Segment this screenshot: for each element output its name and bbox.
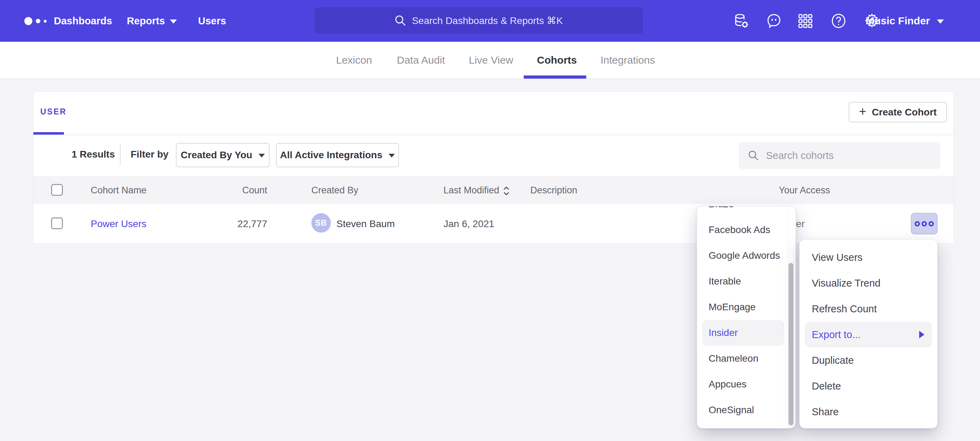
- tab-data-audit-label: Data Audit: [397, 54, 445, 66]
- menu-item-iterable[interactable]: Iterable: [697, 268, 788, 294]
- divider: [120, 144, 121, 165]
- menu-item-label: Google Adwords: [709, 250, 780, 261]
- menu-item-label: MoEngage: [709, 302, 756, 313]
- menu-item-refresh-count[interactable]: Refresh Count: [800, 296, 937, 322]
- help-icon[interactable]: [830, 13, 846, 29]
- nav-reports-label: Reports: [127, 15, 165, 27]
- menu-item-label: Insider: [709, 327, 738, 339]
- tab-data-audit[interactable]: Data Audit: [397, 42, 445, 78]
- submenu-arrow-icon: [919, 331, 924, 339]
- menu-item-insider[interactable]: Insider: [702, 320, 784, 346]
- cohorts-card: USER + Create Cohort 1 Results Filter by…: [33, 91, 954, 243]
- menu-item-label: Iterable: [709, 276, 741, 287]
- tab-live-view-label: Live View: [469, 54, 513, 66]
- sort-icon: [503, 186, 510, 196]
- col-header-count: Count: [214, 185, 267, 196]
- create-cohort-label: Create Cohort: [872, 107, 937, 118]
- feedback-icon[interactable]: [766, 13, 782, 29]
- menu-item-label: Visualize Trend: [812, 278, 881, 289]
- created-by-name: Steven Baum: [336, 219, 395, 230]
- chevron-down-icon: [259, 154, 265, 158]
- tab-lexicon-label: Lexicon: [336, 54, 372, 66]
- results-count: 1 Results: [72, 149, 115, 160]
- global-search-input[interactable]: Search Dashboards & Reports ⌘K: [315, 7, 643, 34]
- cohort-name-link[interactable]: Power Users: [91, 219, 146, 230]
- integrations-filter-dropdown[interactable]: All Active Integrations: [276, 143, 399, 167]
- tab-lexicon[interactable]: Lexicon: [336, 42, 372, 78]
- tab-live-view[interactable]: Live View: [469, 42, 513, 78]
- col-header-description: Description: [530, 185, 577, 196]
- section-tabs: Lexicon Data Audit Live View Cohorts Int…: [0, 42, 980, 79]
- nav-dashboards-label: Dashboards: [54, 15, 112, 27]
- col-header-created-by: Created By: [311, 185, 358, 196]
- menu-item-appcues[interactable]: Appcues: [697, 371, 788, 397]
- menu-item-label: Facebook Ads: [709, 224, 770, 235]
- top-nav: Dashboards Reports Users Search Dashboar…: [0, 0, 980, 42]
- menu-item-label: Delete: [812, 380, 841, 392]
- brand-logo-dots-icon[interactable]: [24, 17, 46, 25]
- select-all-checkbox[interactable]: [51, 184, 63, 196]
- menu-item-moengage[interactable]: MoEngage: [697, 294, 788, 320]
- divider: [33, 134, 954, 135]
- avatar: SB: [311, 213, 331, 233]
- menu-item-share[interactable]: Share: [800, 399, 937, 425]
- data-management-icon[interactable]: [733, 13, 749, 29]
- menu-item-label: Braze: [709, 206, 734, 210]
- menu-item-onesignal[interactable]: OneSignal: [697, 397, 788, 423]
- menu-scrollbar-thumb[interactable]: [789, 263, 793, 425]
- menu-item-google-adwords[interactable]: Google Adwords: [697, 243, 788, 268]
- tab-integrations-label: Integrations: [600, 54, 655, 66]
- row-actions-menu: View Users Visualize Trend Refresh Count…: [799, 239, 938, 428]
- created-by-filter-dropdown[interactable]: Created By You: [176, 143, 270, 167]
- tab-user-cohorts[interactable]: USER: [40, 107, 67, 117]
- menu-item-label: OneSignal: [709, 404, 754, 415]
- tab-integrations[interactable]: Integrations: [600, 42, 655, 78]
- plus-icon: +: [859, 105, 866, 118]
- tab-cohorts[interactable]: Cohorts: [537, 42, 577, 78]
- col-header-cohort-name: Cohort Name: [91, 185, 146, 196]
- menu-item-duplicate[interactable]: Duplicate: [800, 347, 937, 373]
- menu-item-label: Chameleon: [709, 353, 758, 364]
- menu-item-label: Share: [812, 406, 838, 418]
- integrations-filter-label: All Active Integrations: [280, 150, 383, 161]
- table-header-row: Cohort Name Count Created By Last Modifi…: [33, 176, 954, 204]
- search-cohorts-placeholder: Search cohorts: [766, 150, 834, 161]
- menu-item-visualize-trend[interactable]: Visualize Trend: [800, 270, 937, 296]
- create-cohort-button[interactable]: + Create Cohort: [849, 102, 947, 122]
- last-modified-date: Jan 6, 2021: [444, 219, 494, 230]
- menu-item-chameleon[interactable]: Chameleon: [697, 346, 788, 371]
- menu-item-view-users[interactable]: View Users: [800, 244, 937, 270]
- global-search-placeholder: Search Dashboards & Reports ⌘K: [412, 15, 563, 26]
- active-tab-underline: [524, 75, 586, 78]
- row-actions-button[interactable]: [911, 213, 938, 235]
- cohort-count: 22,777: [214, 219, 267, 230]
- nav-item-users[interactable]: Users: [198, 0, 226, 42]
- menu-item-label: Export to...: [812, 329, 861, 340]
- user-tab-underline: [33, 132, 64, 134]
- nav-item-dashboards[interactable]: Dashboards: [54, 0, 112, 42]
- search-icon: [748, 150, 759, 161]
- row-checkbox[interactable]: [51, 217, 63, 229]
- last-modified-label: Last Modified: [444, 185, 500, 195]
- nav-item-reports[interactable]: Reports: [127, 0, 177, 42]
- menu-item-label: Duplicate: [812, 355, 854, 366]
- nav-users-label: Users: [198, 15, 226, 27]
- menu-item-delete[interactable]: Delete: [800, 373, 937, 399]
- created-by-filter-label: Created By You: [181, 150, 252, 161]
- chevron-down-icon: [937, 19, 944, 24]
- search-icon: [395, 14, 406, 26]
- menu-item-label: Refresh Count: [812, 303, 877, 315]
- menu-item-label: View Users: [812, 252, 862, 263]
- apps-grid-icon[interactable]: [797, 13, 813, 29]
- col-header-last-modified[interactable]: Last Modified: [444, 185, 510, 196]
- menu-item-braze[interactable]: Braze: [697, 206, 788, 217]
- export-targets-list: Braze Facebook Ads Google Adwords Iterab…: [697, 206, 788, 428]
- menu-item-export-to[interactable]: Export to...: [805, 322, 932, 347]
- tab-cohorts-label: Cohorts: [537, 54, 577, 66]
- menu-item-facebook-ads[interactable]: Facebook Ads: [697, 217, 788, 243]
- project-name: Music Finder: [865, 15, 930, 27]
- search-cohorts-input[interactable]: Search cohorts: [739, 142, 940, 169]
- table-row: Power Users 22,777 SB Steven Baum Jan 6,…: [33, 204, 954, 243]
- dot-icon: [929, 221, 934, 227]
- project-switcher[interactable]: Music Finder: [865, 0, 944, 42]
